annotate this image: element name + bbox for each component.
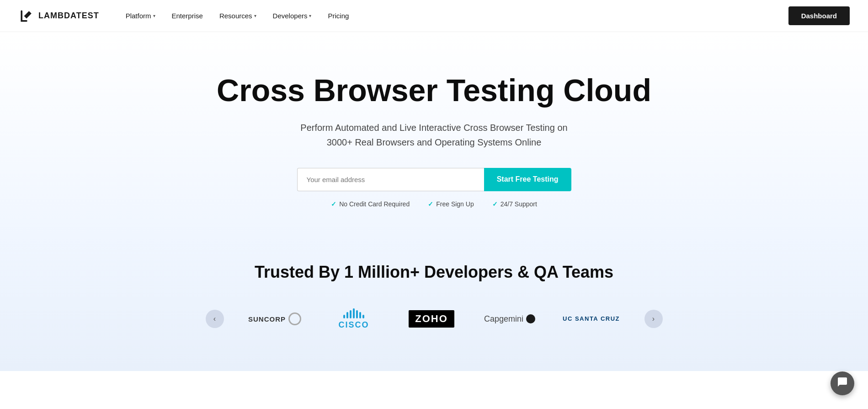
logo-icon	[18, 8, 35, 24]
check-no-credit-card: ✓ No Credit Card Required	[331, 200, 410, 208]
suncorp-circle-icon	[288, 312, 301, 325]
logo-uc-santa-cruz: UC SANTA CRUZ	[554, 311, 629, 328]
dashboard-button[interactable]: Dashboard	[788, 6, 850, 25]
nav-item-pricing[interactable]: Pricing	[320, 0, 357, 32]
hero-subtitle: Perform Automated and Live Interactive C…	[279, 120, 590, 150]
checkmark-icon: ✓	[331, 200, 336, 208]
email-input[interactable]	[297, 168, 484, 191]
start-free-testing-button[interactable]: Start Free Testing	[484, 168, 571, 191]
check-free-signup: ✓ Free Sign Up	[428, 200, 474, 208]
chevron-down-icon: ▾	[254, 13, 256, 18]
hero-title: Cross Browser Testing Cloud	[9, 73, 859, 108]
checkmark-icon: ✓	[492, 200, 498, 208]
nav-item-enterprise[interactable]: Enterprise	[164, 0, 211, 32]
hero-section: Cross Browser Testing Cloud Perform Auto…	[0, 32, 868, 235]
email-form: Start Free Testing	[297, 168, 571, 191]
logos-track: SUNCORP CISCO	[224, 304, 644, 334]
capgemini-dot-icon	[526, 314, 535, 323]
logo-cisco: CISCO	[320, 304, 388, 334]
chevron-down-icon: ▾	[309, 13, 311, 18]
check-support: ✓ 24/7 Support	[492, 200, 537, 208]
trusted-section: Trusted By 1 Million+ Developers & QA Te…	[0, 235, 868, 371]
logo-text: LAMBDATEST	[38, 11, 99, 21]
logo-zoho: ZOHO	[397, 306, 466, 332]
carousel-prev-button[interactable]: ‹	[206, 310, 224, 328]
navbar: LAMBDATEST Platform ▾ Enterprise Resourc…	[0, 0, 868, 32]
logo-capgemini: Capgemini	[475, 310, 544, 328]
checkmark-icon: ✓	[428, 200, 433, 208]
trusted-title: Trusted By 1 Million+ Developers & QA Te…	[9, 263, 859, 282]
nav-item-developers[interactable]: Developers ▾	[265, 0, 320, 32]
carousel-next-button[interactable]: ›	[644, 310, 663, 328]
logos-carousel: ‹ SUNCORP	[206, 304, 663, 334]
nav-links: Platform ▾ Enterprise Resources ▾ Develo…	[117, 0, 788, 32]
hero-checks: ✓ No Credit Card Required ✓ Free Sign Up…	[9, 200, 859, 208]
chevron-down-icon: ▾	[153, 13, 155, 18]
nav-item-platform[interactable]: Platform ▾	[117, 0, 164, 32]
logo-suncorp: SUNCORP	[239, 308, 310, 330]
nav-item-resources[interactable]: Resources ▾	[211, 0, 265, 32]
logo[interactable]: LAMBDATEST	[18, 8, 99, 24]
